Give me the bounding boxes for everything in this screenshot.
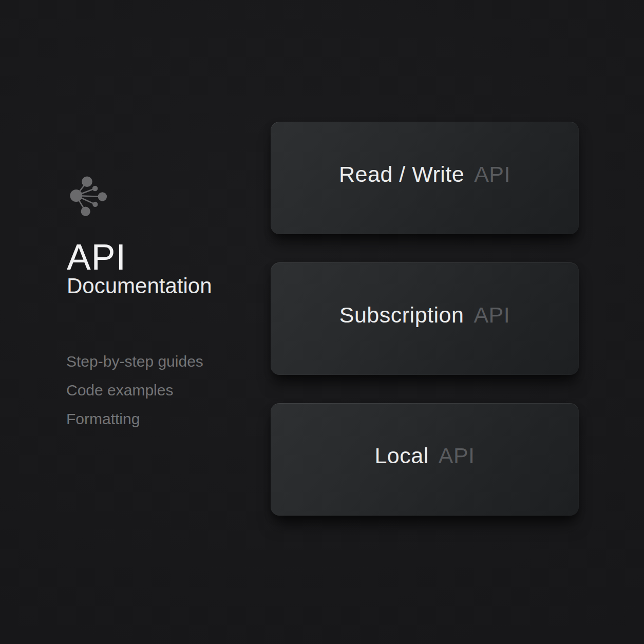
subscription-api-card[interactable]: SubscriptionAPI [271, 262, 579, 375]
read-write-api-card[interactable]: Read / WriteAPI [271, 122, 579, 234]
card-suffix: API [473, 302, 510, 327]
page-title: API [67, 239, 126, 275]
card-label: Read / Write [339, 162, 464, 186]
card-text: Read / WriteAPI [339, 163, 510, 185]
card-label: Local [374, 443, 428, 468]
api-card-stack: Read / WriteAPI SubscriptionAPI LocalAPI [271, 122, 579, 516]
local-api-card[interactable]: LocalAPI [271, 403, 579, 516]
page: API Documentation Step-by-step guides Co… [0, 0, 644, 644]
feature-item-formatting: Formatting [66, 405, 203, 433]
page-subtitle: Documentation [67, 274, 212, 298]
card-text: SubscriptionAPI [339, 304, 510, 326]
feature-item-step-by-step-guides: Step-by-step guides [66, 347, 203, 376]
card-text: LocalAPI [374, 445, 475, 467]
feature-list: Step-by-step guides Code examples Format… [66, 347, 203, 433]
card-suffix: API [439, 443, 475, 468]
card-suffix: API [474, 162, 510, 186]
feature-item-code-examples: Code examples [66, 376, 203, 405]
network-hub-icon [66, 174, 110, 218]
card-label: Subscription [339, 302, 464, 327]
